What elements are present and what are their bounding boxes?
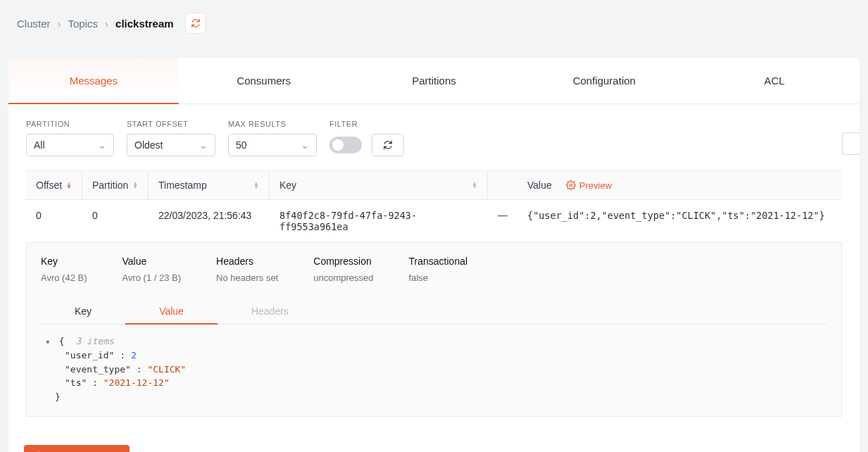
col-partition[interactable]: Partition ▲▼ [82, 171, 149, 199]
json-brace: } [55, 391, 61, 402]
col-expand [488, 171, 517, 199]
json-viewer: ▾ { 3 items "user_id" : 2 "event_type" :… [41, 334, 827, 403]
preview-button[interactable]: Preview [566, 180, 612, 191]
breadcrumb: Cluster › Topics › clickstream [0, 0, 868, 46]
json-key: "event_type" [65, 364, 131, 375]
content-card: Messages Consumers Partitions Configurat… [8, 58, 860, 452]
toggle-knob [332, 139, 344, 151]
col-offset-label: Offset [36, 180, 62, 191]
sort-icon: ▲▼ [472, 182, 477, 189]
detail-tab-value[interactable]: Value [125, 299, 218, 324]
json-brace: { [59, 336, 65, 346]
gear-icon [566, 180, 576, 190]
chevron-down-icon: ⌄ [199, 139, 208, 151]
breadcrumb-cluster[interactable]: Cluster [17, 18, 51, 30]
partition-filter-label: PARTITION [26, 120, 114, 128]
tab-consumers[interactable]: Consumers [179, 58, 349, 103]
reload-button[interactable] [372, 134, 404, 156]
collapse-row-icon[interactable]: — [498, 210, 508, 221]
svg-point-0 [570, 184, 572, 187]
breadcrumb-sep-icon: › [58, 18, 61, 30]
partition-select-value: All [34, 139, 45, 151]
save-messages-button[interactable]: Save Messages [24, 445, 130, 452]
breadcrumb-sep-icon: › [105, 18, 108, 30]
sort-icon: ▲▼ [132, 182, 138, 189]
refresh-icon [383, 140, 393, 150]
filter-toggle[interactable] [329, 137, 362, 153]
json-collapse-icon[interactable]: ▾ [45, 335, 51, 349]
main-tabs: Messages Consumers Partitions Configurat… [8, 58, 860, 104]
meta-value-value: Avro (1 / 23 B) [122, 272, 182, 283]
json-value: "2021-12-12" [103, 377, 170, 388]
detail-tab-headers: Headers [218, 299, 322, 324]
row-detail-panel: KeyAvro (42 B) ValueAvro (1 / 23 B) Head… [26, 243, 842, 417]
additional-action-button[interactable] [842, 132, 860, 155]
col-timestamp[interactable]: Timestamp ▲▼ [149, 171, 270, 199]
breadcrumb-current: clickstream [115, 18, 174, 30]
max-results-filter-label: MAX RESULTS [228, 120, 317, 128]
tab-acl[interactable]: ACL [689, 58, 860, 103]
filters-bar: PARTITION All ⌄ START OFFSET Oldest ⌄ MA… [8, 104, 860, 170]
detail-tabs: Key Value Headers [41, 299, 827, 325]
meta-compression-label: Compression [313, 256, 373, 267]
meta-headers-value: No headers set [216, 272, 278, 283]
sort-icon: ▲▼ [66, 182, 72, 189]
json-key: "ts" [65, 377, 87, 388]
meta-key-label: Key [41, 256, 87, 267]
max-results-select-value: 50 [236, 139, 247, 151]
col-timestamp-label: Timestamp [158, 180, 207, 191]
preview-label: Preview [579, 180, 612, 191]
cell-timestamp: 22/03/2023, 21:56:43 [149, 200, 270, 242]
meta-compression-value: uncompressed [313, 272, 373, 283]
meta-headers-label: Headers [216, 256, 278, 267]
meta-transactional-value: false [409, 272, 468, 283]
col-value: Value Preview [517, 171, 842, 199]
tab-partitions[interactable]: Partitions [349, 58, 520, 103]
tab-configuration[interactable]: Configuration [519, 58, 689, 103]
start-offset-select[interactable]: Oldest ⌄ [127, 134, 215, 156]
max-results-select[interactable]: 50 ⌄ [228, 134, 317, 156]
meta-value-label: Value [122, 256, 182, 267]
refresh-button[interactable] [185, 13, 206, 34]
table-header: Offset ▲▼ Partition ▲▼ Timestamp ▲▼ Key … [26, 171, 842, 200]
meta-transactional-label: Transactional [409, 256, 468, 267]
chevron-down-icon: ⌄ [98, 139, 106, 151]
cell-partition: 0 [82, 200, 149, 242]
json-value: "CLICK" [147, 364, 186, 375]
col-offset[interactable]: Offset ▲▼ [26, 171, 82, 199]
breadcrumb-topics[interactable]: Topics [68, 18, 99, 30]
col-partition-label: Partition [92, 180, 128, 191]
cell-value: {"user_id":2,"event_type":"CLICK","ts":"… [517, 200, 842, 242]
json-item-count: 3 items [75, 336, 114, 346]
col-value-label: Value [527, 180, 552, 191]
cell-offset: 0 [26, 200, 82, 242]
col-key[interactable]: Key ▲▼ [270, 171, 488, 199]
meta-key-value: Avro (42 B) [41, 272, 87, 283]
tab-messages[interactable]: Messages [8, 58, 179, 103]
sort-icon: ▲▼ [253, 182, 259, 189]
chevron-down-icon: ⌄ [301, 139, 309, 151]
messages-table: Offset ▲▼ Partition ▲▼ Timestamp ▲▼ Key … [26, 170, 842, 243]
filter-toggle-label: FILTER [329, 120, 404, 128]
refresh-icon [191, 18, 201, 28]
col-key-label: Key [279, 180, 296, 191]
partition-select[interactable]: All ⌄ [26, 134, 114, 156]
start-offset-filter-label: START OFFSET [127, 120, 215, 128]
json-value: 2 [131, 350, 137, 360]
detail-tab-key[interactable]: Key [41, 299, 125, 324]
start-offset-select-value: Oldest [134, 139, 163, 151]
table-row[interactable]: 0 0 22/03/2023, 21:56:43 8f40f2c8-79fd-4… [26, 200, 842, 243]
json-key: "user_id" [65, 350, 114, 360]
cell-key: 8f40f2c8-79fd-47fa-9243-ff9553a961ea [270, 200, 488, 242]
meta-row: KeyAvro (42 B) ValueAvro (1 / 23 B) Head… [41, 256, 827, 283]
